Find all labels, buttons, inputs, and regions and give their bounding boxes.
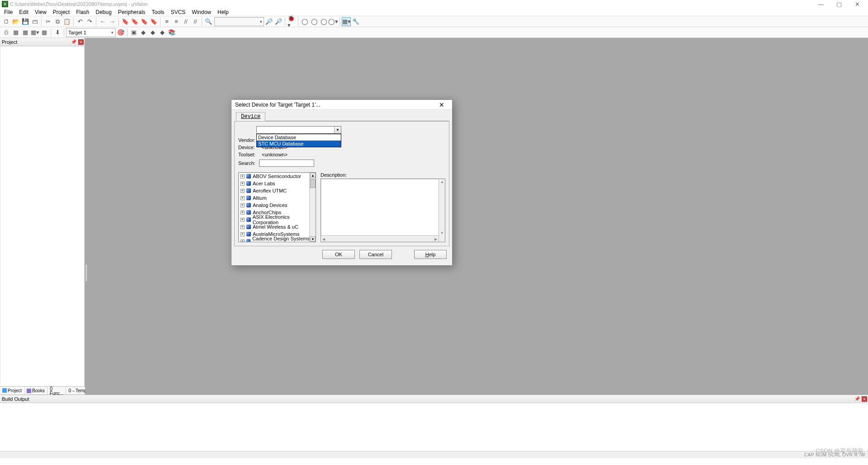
batch-build-icon[interactable]: ▦▾ — [30, 28, 39, 37]
books-icon[interactable]: 📚 — [167, 28, 176, 37]
database-dropdown[interactable]: Device Database STC MCU Database — [256, 134, 341, 147]
maximize-button[interactable]: ▢ — [830, 0, 848, 8]
find-icon[interactable]: 🔎 — [264, 17, 274, 26]
breakpoint-kill-icon[interactable]: ◯▾ — [329, 17, 338, 26]
expand-icon[interactable]: + — [241, 218, 245, 222]
dialog-close-button[interactable]: ✕ — [435, 100, 448, 109]
panel-close-icon[interactable]: × — [862, 396, 867, 402]
vendor-tree[interactable]: +ABOV Semiconductor +Acer Labs +Aeroflex… — [238, 172, 316, 242]
breakpoint-insert-icon[interactable]: ◯ — [300, 17, 309, 26]
stop-build-icon[interactable]: ▦ — [40, 28, 49, 37]
desc-hscrollbar[interactable]: ◀ ▶ — [321, 235, 439, 242]
tab-books[interactable]: Books — [24, 387, 47, 395]
menu-svcs[interactable]: SVCS — [168, 9, 189, 16]
new-file-icon[interactable]: 🗋 — [2, 17, 11, 26]
indent-icon[interactable]: ≡ — [162, 17, 171, 26]
pin-icon[interactable]: 📌 — [71, 39, 76, 44]
select-packs-icon[interactable]: ◆ — [148, 28, 157, 37]
translate-icon[interactable]: ⎙ — [2, 28, 11, 37]
db-option-device-database[interactable]: Device Database — [257, 134, 341, 141]
scroll-right-icon[interactable]: ▶ — [433, 236, 439, 242]
scroll-left-icon[interactable]: ◀ — [321, 236, 326, 242]
breakpoint-disable-icon[interactable]: ◯ — [319, 17, 328, 26]
menu-edit[interactable]: Edit — [16, 9, 32, 16]
target-selector[interactable]: Target 1 ▾ — [66, 28, 116, 37]
expand-icon[interactable]: + — [241, 203, 245, 207]
db-option-stc-mcu-database[interactable]: STC MCU Database — [257, 141, 341, 147]
undo-icon[interactable]: ↶ — [75, 17, 85, 26]
scroll-down-icon[interactable]: ▼ — [439, 230, 445, 235]
expand-icon[interactable]: + — [241, 189, 245, 193]
cancel-button[interactable]: Cancel — [359, 250, 392, 259]
window-layout-icon[interactable]: ▦▾ — [342, 17, 351, 26]
scroll-up-icon[interactable]: ▲ — [310, 173, 316, 178]
menu-peripherals[interactable]: Peripherals — [115, 9, 149, 16]
bookmark-clear-icon[interactable]: 🔖 — [149, 17, 158, 26]
search-input[interactable] — [259, 160, 314, 167]
pack-installer-icon[interactable]: ◆ — [158, 28, 167, 37]
expand-icon[interactable]: + — [241, 196, 245, 200]
breakpoint-enable-icon[interactable]: ◯ — [310, 17, 319, 26]
copy-icon[interactable]: ⧉ — [53, 17, 62, 26]
target-options-icon[interactable]: 🎯 — [116, 28, 125, 37]
scrollbar-stub[interactable] — [85, 264, 88, 282]
find-combo[interactable]: ▾ — [214, 17, 264, 26]
menu-tools[interactable]: Tools — [149, 9, 168, 16]
nav-forward-icon[interactable]: → — [108, 17, 117, 26]
bookmark-next-icon[interactable]: 🔖 — [140, 17, 149, 26]
chip-icon — [246, 196, 251, 200]
find-in-files-icon[interactable]: 🔍 — [204, 17, 213, 26]
paste-icon[interactable]: 📋 — [62, 17, 71, 26]
menu-project[interactable]: Project — [50, 9, 73, 16]
bookmark-prev-icon[interactable]: 🔖 — [130, 17, 139, 26]
close-button[interactable]: ✕ — [848, 0, 866, 8]
dialog-titlebar[interactable]: Select Device for Target 'Target 1'... ✕ — [231, 100, 452, 110]
ok-button[interactable]: OK — [322, 250, 355, 259]
comment-icon[interactable]: // — [181, 17, 190, 26]
menu-view[interactable]: View — [32, 9, 50, 16]
incremental-find-icon[interactable]: 🔎 — [274, 17, 283, 26]
scroll-thumb[interactable] — [310, 179, 316, 188]
configure-icon[interactable]: 🔧 — [351, 17, 360, 26]
save-all-icon[interactable]: 🗃 — [30, 17, 39, 26]
expand-icon[interactable]: + — [241, 232, 245, 236]
database-combobox[interactable]: ▼ — [256, 126, 341, 134]
project-tree[interactable] — [0, 46, 85, 386]
redo-icon[interactable]: ↷ — [85, 17, 94, 26]
tab-device[interactable]: Device — [236, 112, 265, 121]
pin-icon[interactable]: 📌 — [854, 396, 860, 401]
outdent-icon[interactable]: ≡ — [172, 17, 181, 26]
scroll-up-icon[interactable]: ▲ — [439, 179, 445, 184]
expand-icon[interactable]: + — [241, 211, 245, 215]
menu-file[interactable]: File — [1, 9, 16, 16]
menu-help[interactable]: Help — [214, 9, 232, 16]
desc-vscrollbar[interactable]: ▲ ▼ — [439, 179, 445, 242]
expand-icon[interactable]: + — [241, 225, 245, 229]
bookmark-toggle-icon[interactable]: 🔖 — [121, 17, 130, 26]
build-output-body[interactable] — [0, 403, 868, 451]
cut-icon[interactable]: ✂ — [43, 17, 52, 26]
help-button[interactable]: Help — [414, 250, 447, 259]
menu-window[interactable]: Window — [189, 9, 214, 16]
manage-rte-icon[interactable]: ◆ — [139, 28, 148, 37]
open-file-icon[interactable]: 📂 — [11, 17, 20, 26]
minimize-button[interactable]: — — [812, 0, 830, 8]
tab-project[interactable]: Project — [0, 387, 24, 395]
expand-icon[interactable]: + — [241, 182, 245, 186]
uncomment-icon[interactable]: // — [191, 17, 200, 26]
nav-back-icon[interactable]: ← — [98, 17, 107, 26]
menu-debug[interactable]: Debug — [93, 9, 115, 16]
rebuild-icon[interactable]: ▦ — [21, 28, 30, 37]
debug-icon[interactable]: 🐞▾ — [287, 17, 296, 26]
tab-functions[interactable]: {} Func... — [47, 387, 66, 395]
build-icon[interactable]: ▦ — [11, 28, 20, 37]
scroll-down-icon[interactable]: ▼ — [310, 236, 316, 242]
panel-close-icon[interactable]: × — [78, 39, 84, 45]
expand-icon[interactable]: + — [241, 240, 245, 243]
save-icon[interactable]: 💾 — [21, 17, 30, 26]
download-icon[interactable]: ⬇ — [53, 28, 62, 37]
manage-components-icon[interactable]: ▣ — [129, 28, 138, 37]
tree-scrollbar[interactable]: ▲ ▼ — [309, 173, 316, 242]
menu-flash[interactable]: Flash — [73, 9, 92, 16]
expand-icon[interactable]: + — [241, 174, 245, 178]
